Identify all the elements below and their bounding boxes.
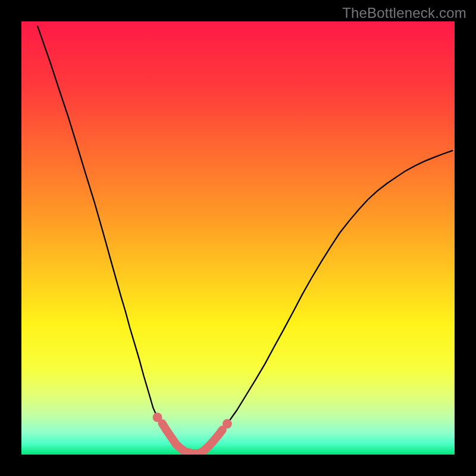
valley-dot — [223, 419, 232, 428]
chart-frame: TheBottleneck.com — [0, 0, 476, 476]
valley-dot — [153, 412, 162, 422]
plot-svg — [21, 21, 455, 455]
watermark-text: TheBottleneck.com — [342, 5, 466, 21]
plot-area — [21, 21, 455, 455]
gradient-background — [21, 21, 455, 455]
